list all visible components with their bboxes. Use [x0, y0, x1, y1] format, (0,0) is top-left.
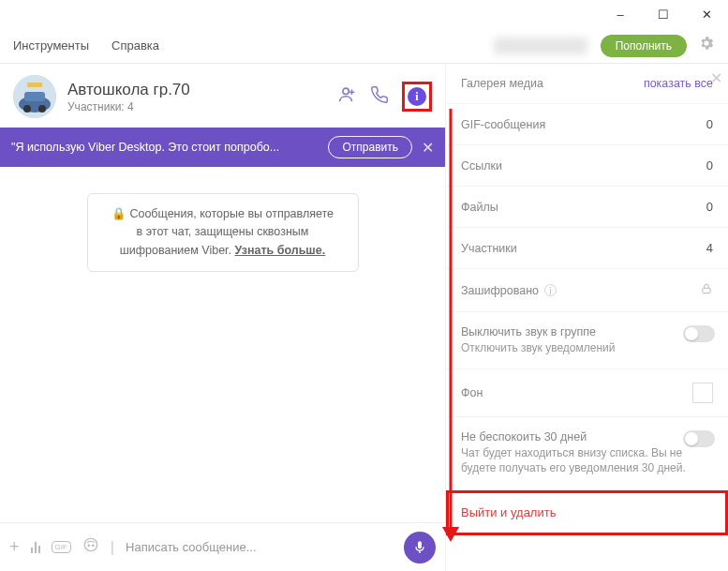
background-swatch[interactable] — [692, 383, 713, 403]
svg-point-7 — [84, 538, 97, 551]
svg-rect-10 — [703, 288, 710, 293]
svg-point-3 — [23, 105, 31, 113]
leave-and-delete[interactable]: Выйти и удалить — [446, 490, 728, 535]
sticker-icon[interactable] — [82, 536, 99, 558]
panel-members[interactable]: Участники 4 — [446, 228, 728, 269]
menu-help[interactable]: Справка — [111, 38, 159, 53]
chat-participants[interactable]: Участники: 4 — [67, 100, 190, 113]
panel-media-gallery[interactable]: Галерея медиа показать все ✕ — [446, 64, 728, 104]
close-button[interactable]: ✕ — [685, 0, 728, 28]
window-controls: – ☐ ✕ — [599, 0, 728, 28]
banner-text: "Я использую Viber Desktop. Это стоит по… — [11, 141, 319, 154]
account-name-blurred — [494, 38, 587, 54]
mute-toggle[interactable] — [683, 325, 715, 342]
panel-encrypted: Зашифровано i — [446, 269, 728, 312]
panel-links[interactable]: Ссылки 0 — [446, 145, 728, 187]
add-participant-icon[interactable] — [336, 84, 357, 110]
dnd-toggle[interactable] — [683, 430, 715, 447]
chat-header: Автошкола гр.70 Участники: 4 i — [0, 64, 445, 128]
svg-rect-5 — [27, 83, 42, 87]
lock-small-icon: 🔒 — [111, 207, 126, 220]
gif-icon[interactable]: GIF — [52, 541, 71, 553]
panel-mute[interactable]: Выключить звук в группе Отключить звук у… — [446, 312, 728, 369]
svg-point-9 — [92, 545, 94, 547]
minimize-button[interactable]: – — [599, 0, 642, 28]
message-input[interactable]: Написать сообщение... — [126, 540, 393, 554]
call-icon[interactable] — [370, 85, 389, 109]
settings-icon[interactable] — [698, 35, 715, 56]
svg-point-6 — [343, 88, 349, 94]
panel-background[interactable]: Фон — [446, 369, 728, 417]
info-button-highlighted[interactable]: i — [402, 82, 432, 112]
promo-banner: "Я использую Viber Desktop. Это стоит по… — [0, 128, 445, 167]
chat-pane: Автошкола гр.70 Участники: 4 i "Я исполь… — [0, 64, 446, 571]
show-all-link[interactable]: показать все — [644, 77, 713, 90]
voice-message-icon[interactable] — [31, 542, 40, 553]
microphone-button[interactable] — [404, 532, 436, 563]
svg-rect-2 — [24, 92, 45, 101]
banner-close-icon[interactable]: ✕ — [422, 139, 434, 157]
maximize-button[interactable]: ☐ — [642, 0, 685, 28]
chat-title: Автошкола гр.70 — [67, 81, 190, 99]
topup-button[interactable]: Пополнить — [601, 35, 687, 57]
panel-gif[interactable]: GIF-сообщения 0 — [446, 104, 728, 145]
panel-dnd[interactable]: Не беспокоить 30 дней Чат будет находить… — [446, 417, 728, 489]
panel-close-icon[interactable]: ✕ — [710, 69, 722, 87]
plus-icon[interactable]: + — [9, 537, 20, 557]
panel-files[interactable]: Файлы 0 — [446, 187, 728, 228]
banner-send-button[interactable]: Отправить — [328, 136, 412, 158]
info-small-icon[interactable]: i — [544, 284, 557, 296]
menu-bar: Инструменты Справка Пополнить — [0, 28, 728, 64]
svg-point-8 — [88, 545, 90, 547]
encryption-notice: 🔒 Сообщения, которые вы отправляете в эт… — [87, 193, 359, 272]
learn-more-link[interactable]: Узнать больше. — [235, 244, 326, 257]
lock-icon — [700, 282, 713, 298]
menu-tools[interactable]: Инструменты — [13, 38, 89, 53]
chat-body: 🔒 Сообщения, которые вы отправляете в эт… — [0, 167, 445, 522]
svg-point-4 — [38, 105, 46, 113]
info-panel: Галерея медиа показать все ✕ GIF-сообщен… — [446, 64, 728, 571]
message-input-bar: + GIF | Написать сообщение... — [0, 522, 445, 571]
chat-avatar[interactable] — [13, 75, 56, 118]
info-icon[interactable]: i — [408, 87, 426, 106]
